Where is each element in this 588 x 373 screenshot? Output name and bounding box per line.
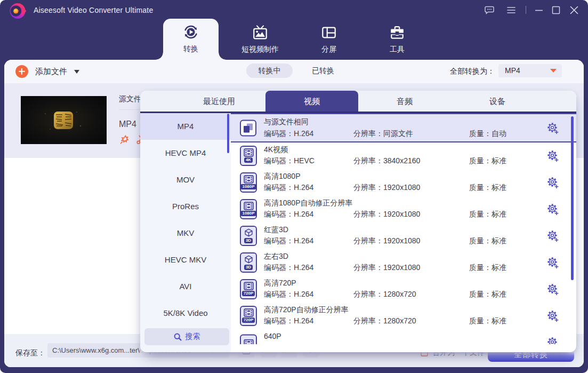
profile-settings-gear-icon[interactable] xyxy=(547,337,559,344)
profile-quality: 质量：标准 xyxy=(469,210,506,219)
main-tab-short-video[interactable]: 短视频制作 xyxy=(232,19,288,60)
video-thumbnail xyxy=(21,96,107,144)
profile-row-4[interactable]: 1080P高清1080P自动修正分辨率 编码器：H.264 分辨率：1920x1… xyxy=(231,196,576,223)
sidebar-format-mp4[interactable]: MP4 xyxy=(140,113,231,140)
profile-title: 高清720P自动修正分辨率 xyxy=(264,305,349,315)
search-button[interactable]: 搜索 xyxy=(144,328,229,345)
toolbar: 添加文件 转换中 已转换 全部转换为： MP4 xyxy=(4,60,584,83)
popup-tab-audio[interactable]: 音频 xyxy=(358,91,451,112)
popup-tab-bar: 最近使用视频音频设备 xyxy=(140,91,576,112)
profile-settings-gear-icon[interactable] xyxy=(547,310,559,322)
popup-tab-recent[interactable]: 最近使用 xyxy=(173,91,265,112)
profile-resolution: 分辨率：1920x1080 xyxy=(353,210,420,219)
tab-converting[interactable]: 转换中 xyxy=(246,64,293,78)
format-select-caret-icon xyxy=(550,69,557,73)
popup-tab-device[interactable]: 设备 xyxy=(451,91,544,112)
profile-title: 红蓝3D xyxy=(264,225,288,235)
popup-tab-video[interactable]: 视频 xyxy=(265,91,358,112)
sidebar-format-mov[interactable]: MOV xyxy=(140,166,231,193)
profile-resolution: 分辨率：3840x2160 xyxy=(353,156,420,166)
profile-row-8[interactable]: 720P高清720P自动修正分辨率 编码器：H.264 分辨率：1280x720… xyxy=(231,303,576,329)
titlebar-separator xyxy=(526,6,526,14)
search-label: 搜索 xyxy=(186,332,200,342)
profile-info: 编码器：H.264 分辨率：1920x1080 质量：标准 xyxy=(264,263,555,273)
profile-title: 与源文件相同 xyxy=(264,117,309,127)
profile-title: 高清1080P自动修正分辨率 xyxy=(264,199,352,208)
profile-row-3[interactable]: 1080P高清1080P 编码器：H.264 分辨率：1920x1080 质量：… xyxy=(231,169,576,196)
profile-row-9[interactable]: 640P xyxy=(231,329,576,344)
profile-quality: 质量：标准 xyxy=(469,263,506,273)
titlebar: Aiseesoft Video Converter Ultimate 转换 短视… xyxy=(0,0,588,60)
profile-encoder: 编码器：H.264 xyxy=(264,316,313,325)
split-icon xyxy=(321,25,337,41)
titlebar-icons xyxy=(0,0,588,20)
profile-settings-gear-icon[interactable] xyxy=(547,283,559,295)
profile-resolution: 分辨率：同源文件 xyxy=(353,129,413,139)
profile-settings-gear-icon[interactable] xyxy=(547,177,559,188)
profile-encoder: 编码器：H.264 xyxy=(264,263,313,272)
profile-quality: 质量：标准 xyxy=(469,156,506,166)
profile-row-2[interactable]: 4K4K视频 编码器：HEVC 分辨率：3840x2160 质量：标准 xyxy=(231,142,576,169)
main-tab-label: 转换 xyxy=(163,44,219,54)
profile-title: 640P xyxy=(264,332,281,340)
save-to-label: 保存至： xyxy=(15,348,45,358)
window-frame: Aiseesoft Video Converter Ultimate 转换 短视… xyxy=(0,0,588,373)
profile-row-6[interactable]: 3D左右3D 编码器：H.264 分辨率：1920x1080 质量：标准 xyxy=(231,249,576,276)
close-icon xyxy=(568,4,580,16)
profile-encoder: 编码器：HEVC xyxy=(264,156,315,165)
list-scrollbar[interactable] xyxy=(571,116,574,280)
maximize-button[interactable] xyxy=(550,4,562,16)
main-tab-label: 短视频制作 xyxy=(232,45,288,54)
profile-settings-gear-icon[interactable] xyxy=(547,122,559,134)
convert-all-to-label: 全部转换为： xyxy=(450,67,495,76)
sidebar-format-prores[interactable]: ProRes xyxy=(140,193,231,220)
profile-info: 编码器：H.264 分辨率：1280x720 质量：标准 xyxy=(264,316,555,326)
profile-quality: 质量：标准 xyxy=(469,290,506,299)
main-tab-convert[interactable]: 转换 xyxy=(163,19,219,60)
effects-icon[interactable] xyxy=(119,134,130,147)
cube-icon: 3D xyxy=(240,226,257,246)
sidebar-format-mkv[interactable]: MKV xyxy=(140,220,231,247)
profile-title: 高清1080P xyxy=(264,172,300,181)
film-icon xyxy=(240,335,257,345)
profile-row-7[interactable]: 720P高清720P 编码器：H.264 分辨率：1280x720 质量：标准 xyxy=(231,276,576,303)
profile-row-5[interactable]: 3D红蓝3D 编码器：H.264 分辨率：1920x1080 质量：标准 xyxy=(231,223,576,249)
profile-resolution: 分辨率：1920x1080 xyxy=(353,263,420,273)
profile-encoder: 编码器：H.264 xyxy=(264,183,313,192)
output-format-select[interactable]: MP4 xyxy=(498,64,562,77)
popup-body: MP4HEVC MP4MOVProResMKVHEVC MKVAVI5K/8K … xyxy=(140,113,576,352)
close-button[interactable] xyxy=(568,4,580,16)
profile-settings-gear-icon[interactable] xyxy=(547,203,559,215)
app-window: Aiseesoft Video Converter Ultimate 转换 短视… xyxy=(0,0,588,373)
profile-info: 编码器：H.264 分辨率：1920x1080 质量：标准 xyxy=(264,183,555,193)
menu-icon xyxy=(505,4,517,16)
profile-settings-gear-icon[interactable] xyxy=(547,230,559,242)
profile-list: 与源文件相同 编码器：H.264 分辨率：同源文件 质量：自动 4K4K视频 编… xyxy=(231,113,576,344)
profile-encoder: 编码器：H.264 xyxy=(264,210,313,218)
profile-row-1[interactable]: 与源文件相同 编码器：H.264 分辨率：同源文件 质量：自动 xyxy=(231,113,576,142)
profile-resolution: 分辨率：1280x720 xyxy=(353,290,416,299)
main-tab-label: 工具 xyxy=(369,45,425,54)
profile-settings-gear-icon[interactable] xyxy=(547,257,559,268)
sidebar-format-hevc-mkv[interactable]: HEVC MKV xyxy=(140,247,231,273)
profile-info: 编码器：H.264 分辨率：1920x1080 质量：标准 xyxy=(264,210,555,219)
sidebar-format-hevc-mp4[interactable]: HEVC MP4 xyxy=(140,140,231,166)
sidebar-format-avi[interactable]: AVI xyxy=(140,273,231,300)
profile-encoder: 编码器：H.264 xyxy=(264,129,313,138)
sidebar-format-list: MP4HEVC MP4MOVProResMKVHEVC MKVAVI5K/8K … xyxy=(140,113,231,327)
profile-resolution: 分辨率：1920x1080 xyxy=(353,183,420,193)
main-tab-split-screen[interactable]: 分屏 xyxy=(301,19,357,60)
minimize-button[interactable] xyxy=(533,4,545,16)
sidebar-scrollbar[interactable] xyxy=(227,114,229,153)
tab-converted[interactable]: 已转换 xyxy=(303,64,343,78)
file-format-line: MP4| xyxy=(119,120,143,129)
feedback-button[interactable] xyxy=(484,4,495,16)
convert-state-tabs: 转换中 已转换 xyxy=(4,60,584,83)
profile-resolution: 分辨率：1920x1080 xyxy=(353,236,420,246)
main-tab-toolbox[interactable]: 工具 xyxy=(369,19,425,60)
film-icon: 1080P xyxy=(240,172,257,193)
sidebar-format-5k-8k-video[interactable]: 5K/8K Video xyxy=(140,300,231,327)
profile-title: 4K视频 xyxy=(264,145,288,155)
menu-button[interactable] xyxy=(505,4,517,16)
profile-settings-gear-icon[interactable] xyxy=(547,150,559,162)
